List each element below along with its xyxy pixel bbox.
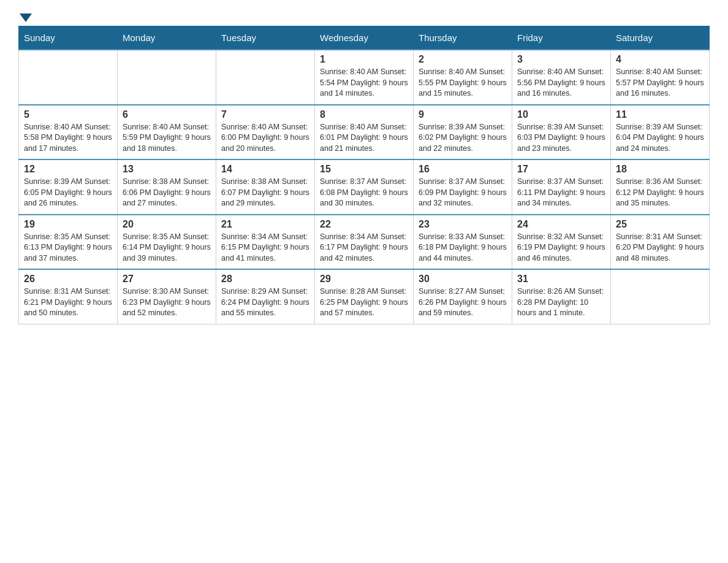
day-number: 5 [24,109,112,120]
day-info: Sunrise: 8:38 AM Sunset: 6:07 PM Dayligh… [221,177,309,209]
day-info: Sunrise: 8:30 AM Sunset: 6:23 PM Dayligh… [123,286,211,319]
day-number: 23 [419,219,507,230]
day-number: 11 [616,109,704,120]
day-number: 18 [616,164,704,175]
day-number: 17 [517,164,605,175]
calendar-cell: 24Sunrise: 8:32 AM Sunset: 6:19 PM Dayli… [512,215,611,270]
calendar-cell: 15Sunrise: 8:37 AM Sunset: 6:08 PM Dayli… [315,159,414,215]
calendar-cell [118,50,216,105]
day-number: 3 [517,54,605,65]
day-info: Sunrise: 8:35 AM Sunset: 6:13 PM Dayligh… [24,232,112,264]
day-number: 22 [320,219,408,230]
calendar-cell: 31Sunrise: 8:26 AM Sunset: 6:28 PM Dayli… [512,269,611,324]
calendar-cell: 21Sunrise: 8:34 AM Sunset: 6:15 PM Dayli… [216,215,315,270]
day-number: 21 [221,219,309,230]
calendar-cell [216,50,315,105]
calendar-cell: 19Sunrise: 8:35 AM Sunset: 6:13 PM Dayli… [19,215,118,270]
day-number: 31 [517,274,605,285]
day-number: 12 [24,164,112,175]
day-info: Sunrise: 8:39 AM Sunset: 6:03 PM Dayligh… [517,122,605,155]
day-info: Sunrise: 8:40 AM Sunset: 5:59 PM Dayligh… [123,122,211,155]
calendar-table: SundayMondayTuesdayWednesdayThursdayFrid… [18,26,710,324]
calendar-cell: 3Sunrise: 8:40 AM Sunset: 5:56 PM Daylig… [512,50,611,105]
calendar-cell: 20Sunrise: 8:35 AM Sunset: 6:14 PM Dayli… [118,215,216,270]
calendar-cell: 1Sunrise: 8:40 AM Sunset: 5:54 PM Daylig… [315,50,414,105]
day-header-sunday: Sunday [19,26,118,50]
day-number: 15 [320,164,408,175]
calendar-cell: 14Sunrise: 8:38 AM Sunset: 6:07 PM Dayli… [216,159,315,215]
day-number: 19 [24,219,112,230]
calendar-cell: 23Sunrise: 8:33 AM Sunset: 6:18 PM Dayli… [414,215,512,270]
day-number: 27 [123,274,211,285]
week-row-5: 26Sunrise: 8:31 AM Sunset: 6:21 PM Dayli… [19,269,710,324]
day-header-thursday: Thursday [414,26,512,50]
day-info: Sunrise: 8:39 AM Sunset: 6:04 PM Dayligh… [616,122,704,155]
day-info: Sunrise: 8:37 AM Sunset: 6:11 PM Dayligh… [517,177,605,209]
day-number: 9 [419,109,507,120]
day-info: Sunrise: 8:40 AM Sunset: 5:56 PM Dayligh… [517,67,605,99]
calendar-cell [611,269,710,324]
day-number: 28 [221,274,309,285]
week-row-2: 5Sunrise: 8:40 AM Sunset: 5:58 PM Daylig… [19,105,710,160]
calendar-cell: 18Sunrise: 8:36 AM Sunset: 6:12 PM Dayli… [611,159,710,215]
calendar-cell: 2Sunrise: 8:40 AM Sunset: 5:55 PM Daylig… [414,50,512,105]
calendar-cell: 25Sunrise: 8:31 AM Sunset: 6:20 PM Dayli… [611,215,710,270]
calendar-cell: 28Sunrise: 8:29 AM Sunset: 6:24 PM Dayli… [216,269,315,324]
day-number: 25 [616,219,704,230]
day-info: Sunrise: 8:31 AM Sunset: 6:21 PM Dayligh… [24,286,112,319]
day-number: 8 [320,109,408,120]
day-number: 1 [320,54,408,65]
day-info: Sunrise: 8:33 AM Sunset: 6:18 PM Dayligh… [419,232,507,264]
day-number: 16 [419,164,507,175]
day-info: Sunrise: 8:37 AM Sunset: 6:09 PM Dayligh… [419,177,507,209]
day-number: 4 [616,54,704,65]
logo-triangle-icon [20,13,32,22]
day-info: Sunrise: 8:40 AM Sunset: 5:55 PM Dayligh… [419,67,507,99]
day-info: Sunrise: 8:39 AM Sunset: 6:02 PM Dayligh… [419,122,507,155]
day-info: Sunrise: 8:40 AM Sunset: 6:01 PM Dayligh… [320,122,408,155]
week-row-4: 19Sunrise: 8:35 AM Sunset: 6:13 PM Dayli… [19,215,710,270]
calendar-header-row: SundayMondayTuesdayWednesdayThursdayFrid… [19,26,710,50]
day-info: Sunrise: 8:40 AM Sunset: 5:57 PM Dayligh… [616,67,704,99]
day-info: Sunrise: 8:27 AM Sunset: 6:26 PM Dayligh… [419,286,507,319]
day-number: 10 [517,109,605,120]
day-info: Sunrise: 8:40 AM Sunset: 5:54 PM Dayligh… [320,67,408,99]
day-info: Sunrise: 8:38 AM Sunset: 6:06 PM Dayligh… [123,177,211,209]
calendar-cell: 4Sunrise: 8:40 AM Sunset: 5:57 PM Daylig… [611,50,710,105]
day-info: Sunrise: 8:36 AM Sunset: 6:12 PM Dayligh… [616,177,704,209]
day-number: 29 [320,274,408,285]
calendar-cell: 26Sunrise: 8:31 AM Sunset: 6:21 PM Dayli… [19,269,118,324]
day-info: Sunrise: 8:34 AM Sunset: 6:17 PM Dayligh… [320,232,408,264]
day-header-friday: Friday [512,26,611,50]
day-number: 14 [221,164,309,175]
day-number: 6 [123,109,211,120]
day-number: 13 [123,164,211,175]
calendar-cell: 9Sunrise: 8:39 AM Sunset: 6:02 PM Daylig… [414,105,512,160]
day-header-wednesday: Wednesday [315,26,414,50]
day-info: Sunrise: 8:35 AM Sunset: 6:14 PM Dayligh… [123,232,211,264]
day-info: Sunrise: 8:32 AM Sunset: 6:19 PM Dayligh… [517,232,605,264]
day-number: 26 [24,274,112,285]
logo [18,12,32,20]
day-info: Sunrise: 8:37 AM Sunset: 6:08 PM Dayligh… [320,177,408,209]
calendar-cell: 30Sunrise: 8:27 AM Sunset: 6:26 PM Dayli… [414,269,512,324]
day-info: Sunrise: 8:34 AM Sunset: 6:15 PM Dayligh… [221,232,309,264]
day-header-saturday: Saturday [611,26,710,50]
calendar-cell: 7Sunrise: 8:40 AM Sunset: 6:00 PM Daylig… [216,105,315,160]
day-info: Sunrise: 8:28 AM Sunset: 6:25 PM Dayligh… [320,286,408,319]
day-number: 24 [517,219,605,230]
calendar-cell: 10Sunrise: 8:39 AM Sunset: 6:03 PM Dayli… [512,105,611,160]
day-info: Sunrise: 8:26 AM Sunset: 6:28 PM Dayligh… [517,286,605,319]
day-info: Sunrise: 8:40 AM Sunset: 6:00 PM Dayligh… [221,122,309,155]
day-info: Sunrise: 8:40 AM Sunset: 5:58 PM Dayligh… [24,122,112,155]
day-info: Sunrise: 8:31 AM Sunset: 6:20 PM Dayligh… [616,232,704,264]
calendar-cell: 13Sunrise: 8:38 AM Sunset: 6:06 PM Dayli… [118,159,216,215]
calendar-cell: 27Sunrise: 8:30 AM Sunset: 6:23 PM Dayli… [118,269,216,324]
calendar-cell: 11Sunrise: 8:39 AM Sunset: 6:04 PM Dayli… [611,105,710,160]
calendar-cell: 29Sunrise: 8:28 AM Sunset: 6:25 PM Dayli… [315,269,414,324]
page-header [18,12,710,20]
calendar-cell: 8Sunrise: 8:40 AM Sunset: 6:01 PM Daylig… [315,105,414,160]
week-row-3: 12Sunrise: 8:39 AM Sunset: 6:05 PM Dayli… [19,159,710,215]
calendar-cell [19,50,118,105]
day-info: Sunrise: 8:29 AM Sunset: 6:24 PM Dayligh… [221,286,309,319]
